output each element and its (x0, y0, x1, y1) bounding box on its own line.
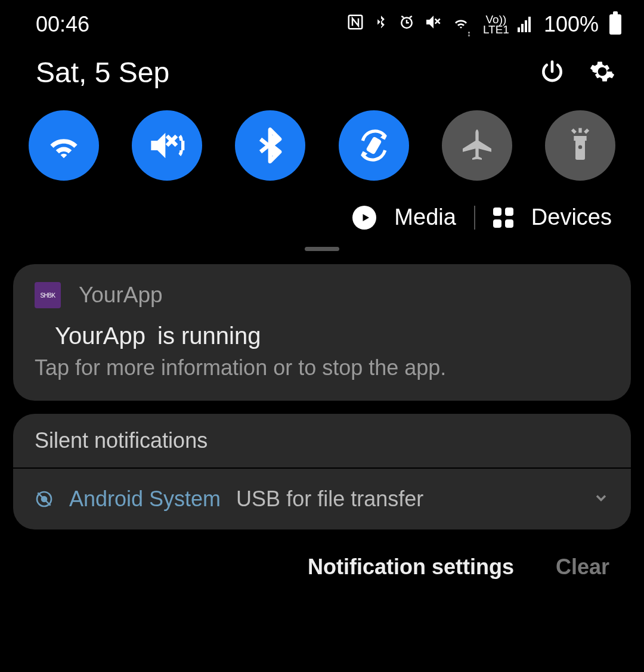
volte-indicator: Vo))LTE1 (483, 14, 509, 35)
chevron-down-icon[interactable] (593, 490, 609, 509)
qs-mute-vibrate[interactable] (132, 110, 202, 181)
svg-line-10 (572, 129, 575, 132)
svg-rect-7 (575, 139, 585, 160)
silent-notification-row[interactable]: Android System USB for file transfer (13, 469, 631, 529)
footer-actions: Notification settings Clear (0, 529, 644, 580)
status-bar: 00:46 ↕ Vo))LTE1 100% (0, 0, 644, 43)
media-button[interactable]: Media (394, 205, 456, 230)
svg-line-15 (38, 493, 50, 505)
power-icon[interactable] (539, 58, 565, 87)
battery-percent: 100% (544, 12, 599, 37)
signal-icon (518, 17, 531, 32)
qs-airplane-mode[interactable] (442, 110, 512, 181)
battery-icon (609, 14, 621, 35)
nfc-icon (346, 13, 364, 36)
silent-heading: Silent notifications (13, 414, 631, 469)
clear-button[interactable]: Clear (556, 555, 609, 580)
notification-source: Android System (69, 487, 221, 512)
drag-handle[interactable] (305, 247, 339, 251)
notification-card[interactable]: SHBK YourApp YourApp is running Tap for … (13, 264, 631, 401)
mute-vibrate-icon (424, 13, 443, 36)
app-name: YourApp (79, 283, 163, 308)
qs-bluetooth[interactable] (235, 110, 305, 181)
media-devices-row: Media Devices (0, 199, 644, 247)
separator (474, 206, 475, 230)
notification-message: USB for file transfer (236, 487, 423, 512)
notification-settings-button[interactable]: Notification settings (308, 555, 514, 580)
date-row: Sat, 5 Sep (0, 43, 644, 104)
svg-rect-8 (574, 136, 586, 141)
devices-button[interactable]: Devices (531, 205, 612, 230)
notification-subtitle: Tap for more information or to stop the … (35, 355, 609, 380)
play-icon (352, 206, 376, 230)
date-text: Sat, 5 Sep (36, 56, 169, 89)
svg-line-11 (585, 129, 588, 132)
silent-notifications-card: Silent notifications Android System USB … (13, 414, 631, 529)
svg-rect-6 (366, 136, 382, 154)
qs-auto-rotate[interactable] (339, 110, 409, 181)
devices-icon (493, 208, 513, 228)
status-time: 00:46 (36, 12, 89, 37)
quick-settings-row (0, 104, 644, 199)
status-icons: ↕ Vo))LTE1 100% (346, 12, 621, 37)
bluetooth-icon (373, 14, 389, 36)
qs-flashlight[interactable] (545, 110, 615, 181)
app-icon: SHBK (35, 282, 61, 308)
android-system-icon (35, 490, 54, 509)
wifi-icon: ↕ (451, 13, 475, 36)
alarm-icon (398, 13, 416, 36)
settings-icon[interactable] (589, 58, 615, 87)
notification-title: YourApp is running (35, 323, 609, 349)
qs-wifi[interactable] (29, 110, 99, 181)
svg-point-12 (578, 145, 582, 148)
